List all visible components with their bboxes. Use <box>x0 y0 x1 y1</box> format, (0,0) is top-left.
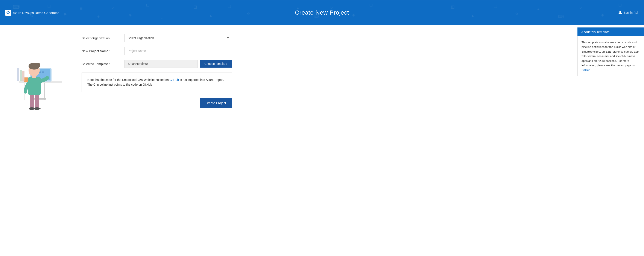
svg-rect-33 <box>44 83 45 100</box>
org-label: Select Organization : <box>82 36 124 40</box>
right-panel: About this Template This template contai… <box>575 25 644 256</box>
svg-text:▷: ▷ <box>112 6 114 9</box>
template-form-control: Choose template <box>124 60 232 68</box>
project-name-label: New Project Name : <box>82 49 124 53</box>
svg-point-53 <box>36 63 40 67</box>
header-user: Sachin Raj <box>618 11 638 14</box>
svg-text:▶: ▶ <box>64 12 67 16</box>
svg-rect-58 <box>22 71 24 81</box>
svg-text:⊞: ⊞ <box>80 6 83 10</box>
svg-rect-39 <box>42 72 44 73</box>
svg-text:⌨: ⌨ <box>558 14 564 19</box>
header: ⌨ ⚙ ◻ ▶ ⊞ ✦ ▷ ◈ ⊡ ⋯ ⊞ ▸ ◻ ⚙ ✦ ⌨ ▷ ◈ ⊡ ⊞ … <box>0 0 644 25</box>
svg-text:⋯: ⋯ <box>161 16 164 20</box>
page-title: Create New Project <box>295 9 349 16</box>
svg-text:⊡: ⊡ <box>146 2 150 7</box>
template-input <box>124 60 198 68</box>
svg-text:◻: ◻ <box>47 4 51 8</box>
svg-text:◈: ◈ <box>601 13 604 17</box>
svg-text:✦: ✦ <box>96 14 100 19</box>
create-project-button[interactable]: Create Project <box>200 98 232 108</box>
svg-rect-46 <box>35 95 39 108</box>
svg-text:▷: ▷ <box>330 6 334 9</box>
svg-rect-56 <box>17 68 19 81</box>
user-icon <box>618 11 622 14</box>
info-text-before-link: Note that the code for the SmartHotel 36… <box>87 78 170 82</box>
svg-rect-57 <box>20 70 22 81</box>
svg-point-48 <box>34 107 40 110</box>
svg-text:⊞: ⊞ <box>193 4 197 10</box>
create-btn-wrapper: Create Project <box>82 98 232 108</box>
about-text: This template contains work items, code … <box>582 41 639 67</box>
org-select-wrapper: Select Organization ▼ <box>124 34 232 42</box>
svg-text:▷: ▷ <box>580 6 582 9</box>
center-panel: Select Organization : Select Organizatio… <box>69 25 575 256</box>
username: Sachin Raj <box>624 11 638 14</box>
template-input-row: Choose template <box>124 60 232 68</box>
svg-text:⚙: ⚙ <box>515 12 518 16</box>
org-row: Select Organization : Select Organizatio… <box>82 34 562 42</box>
illustration <box>6 32 62 113</box>
about-template-title: About this Template <box>581 30 610 34</box>
svg-text:⚙: ⚙ <box>247 12 250 16</box>
template-row: Selected Template : Choose template <box>82 60 562 68</box>
svg-text:◈: ◈ <box>129 13 132 17</box>
about-template-header: About this Template <box>578 28 644 36</box>
app-title: Azure DevOps Demo Generator <box>13 11 58 14</box>
svg-rect-45 <box>30 95 34 108</box>
header-logo[interactable]: Azure DevOps Demo Generator <box>5 10 58 16</box>
project-name-input[interactable] <box>124 47 232 55</box>
app-logo-icon <box>5 10 11 16</box>
svg-text:▸: ▸ <box>210 14 212 18</box>
org-form-control: Select Organization ▼ <box>124 34 232 42</box>
svg-text:◈: ◈ <box>352 13 355 17</box>
svg-text:⌨: ⌨ <box>13 4 20 10</box>
svg-text:◻: ◻ <box>228 4 231 8</box>
about-template-body: This template contains work items, code … <box>578 36 644 76</box>
svg-point-47 <box>29 107 35 110</box>
svg-text:⊡: ⊡ <box>369 2 373 7</box>
org-select[interactable]: Select Organization <box>124 34 232 42</box>
info-box: Note that the code for the SmartHotel 36… <box>82 72 232 92</box>
github-link-info[interactable]: GitHub <box>170 78 179 82</box>
svg-text:◻: ◻ <box>494 4 498 8</box>
svg-text:⊞: ⊞ <box>451 4 455 10</box>
left-panel <box>0 25 69 256</box>
github-link-sidebar[interactable]: GitHub <box>582 68 590 72</box>
project-name-form-control <box>124 47 232 55</box>
svg-text:▸: ▸ <box>472 14 474 18</box>
main-content: Select Organization : Select Organizatio… <box>0 25 644 256</box>
svg-point-30 <box>619 11 621 13</box>
project-name-row: New Project Name : <box>82 47 562 55</box>
choose-template-button[interactable]: Choose template <box>200 60 232 68</box>
template-label: Selected Template : <box>82 62 124 66</box>
svg-text:✦: ✦ <box>537 7 540 12</box>
svg-text:⊡: ⊡ <box>618 2 622 7</box>
